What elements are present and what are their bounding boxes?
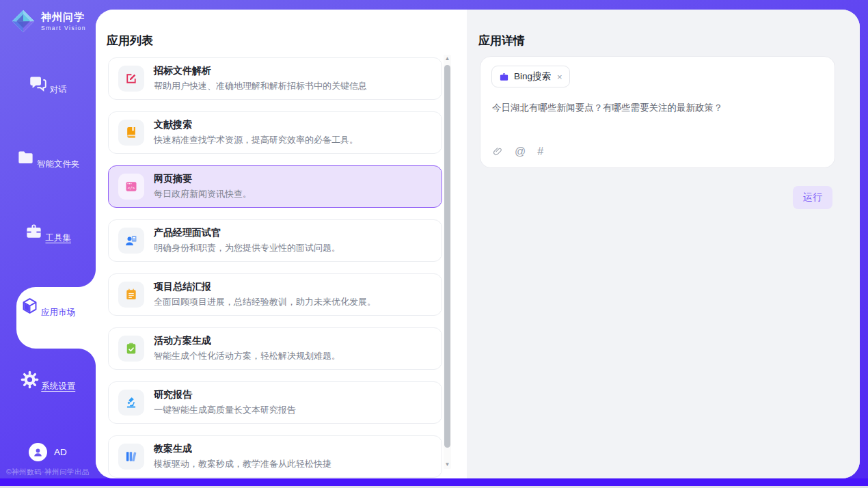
avatar (29, 443, 47, 461)
app-desc: 每日政府新闻资讯快查。 (154, 188, 252, 200)
app-card-list: 招标文件解析 帮助用户快速、准确地理解和解析招标书中的关键信息 文献搜索 快速精… (108, 57, 442, 478)
browser-code-icon: </> (118, 174, 144, 200)
person-icon (32, 446, 44, 458)
app-card-event-plan[interactable]: 活动方案生成 智能生成个性化活动方案，轻松解决规划难题。 (108, 327, 442, 370)
scrollbar-thumb[interactable] (444, 65, 450, 448)
app-name: 研究报告 (154, 389, 296, 401)
app-desc: 模板驱动，教案秒成，教学准备从此轻松快捷 (154, 458, 331, 470)
at-sign-icon[interactable]: @ (515, 146, 526, 158)
gear-icon (21, 370, 39, 389)
app-name: 网页摘要 (154, 173, 252, 185)
window-bottom-bar (0, 478, 868, 486)
tool-chip-label: Bing搜索 (514, 70, 551, 83)
list-scrollbar[interactable]: ▲ ▼ (444, 55, 451, 469)
hash-icon[interactable]: # (537, 146, 543, 158)
sidebar-item-label: 系统设置 (41, 381, 75, 392)
app-card-literature-search[interactable]: 文献搜索 快速精准查找学术资源，提高研究效率的必备工具。 (108, 111, 442, 154)
app-name: 活动方案生成 (154, 335, 340, 347)
app-desc: 全面回顾项目进展，总结经验教训，助力未来优化发展。 (154, 296, 376, 308)
books-icon (118, 444, 144, 470)
app-card-project-summary[interactable]: 项目总结汇报 全面回顾项目进展，总结经验教训，助力未来优化发展。 (108, 273, 442, 316)
sidebar-item-label: 应用市场 (41, 307, 75, 318)
user-account[interactable]: AD (0, 443, 96, 461)
sidebar-item-label: 工具集 (45, 232, 71, 244)
main-content: 应用列表 招标文件解析 帮助用户快速、准确地理解和解析招标书中的关键信息 (96, 10, 860, 478)
tool-chip-bing-search[interactable]: Bing搜索 × (491, 66, 570, 87)
app-name: 文献搜索 (154, 119, 358, 131)
brand-name: 神州问学 (41, 11, 86, 24)
close-icon[interactable]: × (557, 72, 562, 82)
sidebar-item-chat[interactable]: 对话 (0, 74, 96, 96)
scrollbar-down-arrow[interactable]: ▼ (444, 461, 451, 469)
app-desc: 快速精准查找学术资源，提高研究效率的必备工具。 (154, 134, 358, 146)
app-desc: 明确身份和职责，为您提供专业性的面试问题。 (154, 242, 340, 254)
app-name: 招标文件解析 (154, 65, 367, 77)
run-button[interactable]: 运行 (793, 186, 832, 209)
clipboard-check-icon (118, 336, 144, 362)
brand-subtitle: Smart Vision (41, 25, 86, 31)
sidebar: 神州问学 Smart Vision 对话 智能文件夹 工具集 (0, 0, 96, 478)
user-initials: AD (54, 447, 67, 457)
app-card-web-summary[interactable]: </> 网页摘要 每日政府新闻资讯快查。 (108, 165, 442, 208)
app-card-bid-parse[interactable]: 招标文件解析 帮助用户快速、准确地理解和解析招标书中的关键信息 (108, 57, 442, 100)
sidebar-item-label: 智能文件夹 (37, 159, 80, 170)
app-list-panel: 应用列表 招标文件解析 帮助用户快速、准确地理解和解析招标书中的关键信息 (96, 10, 467, 478)
book-icon (118, 120, 144, 146)
paperclip-icon[interactable] (492, 146, 503, 157)
app-card-research-report[interactable]: 研究报告 一键智能生成高质量长文本研究报告 (108, 381, 442, 424)
app-desc: 一键智能生成高质量长文本研究报告 (154, 404, 296, 416)
app-name: 项目总结汇报 (154, 281, 376, 293)
app-detail-panel: 应用详情 Bing搜索 × 今日湖北有哪些新闻要点？有哪些需要关注的最新政策？ … (467, 10, 860, 478)
diamond-logo-icon (11, 9, 36, 33)
app-desc: 帮助用户快速、准确地理解和解析招标书中的关键信息 (154, 80, 367, 92)
app-detail-title: 应用详情 (478, 33, 525, 49)
app-name: 产品经理面试官 (154, 227, 340, 239)
sidebar-item-app-market[interactable]: 应用市场 (0, 297, 96, 318)
copyright-footer: ©神州数码·神州问学出品 (0, 467, 96, 477)
chat-icon (29, 74, 47, 92)
sidebar-item-label: 对话 (50, 84, 67, 96)
svg-text:</>: </> (128, 186, 135, 190)
scrollbar-up-arrow[interactable]: ▲ (444, 55, 451, 63)
prompt-toolbar: @ # (492, 146, 543, 158)
prompt-card: Bing搜索 × 今日湖北有哪些新闻要点？有哪些需要关注的最新政策？ @ # (480, 56, 835, 168)
app-list-title: 应用列表 (107, 33, 153, 49)
folder-icon (16, 148, 35, 167)
app-card-pm-interviewer[interactable]: 产品经理面试官 明确身份和职责，为您提供专业性的面试问题。 (108, 219, 442, 262)
sidebar-item-settings[interactable]: 系统设置 (0, 370, 96, 392)
microscope-icon (118, 390, 144, 416)
app-name: 教案生成 (154, 443, 331, 455)
cube-icon (21, 297, 39, 315)
note-icon (118, 282, 144, 308)
prompt-text[interactable]: 今日湖北有哪些新闻要点？有哪些需要关注的最新政策？ (492, 102, 824, 114)
sidebar-item-smart-folder[interactable]: 智能文件夹 (0, 148, 96, 170)
app-logo: 神州问学 Smart Vision (11, 9, 86, 33)
app-card-lesson-plan[interactable]: 教案生成 模板驱动，教案秒成，教学准备从此轻松快捷 (108, 435, 442, 478)
person-doc-icon (118, 228, 144, 254)
briefcase-icon (499, 72, 509, 82)
sidebar-item-toolset[interactable]: 工具集 (0, 222, 96, 244)
app-desc: 智能生成个性化活动方案，轻松解决规划难题。 (154, 350, 340, 362)
edit-square-icon (118, 66, 144, 92)
toolbox-icon (25, 222, 43, 241)
